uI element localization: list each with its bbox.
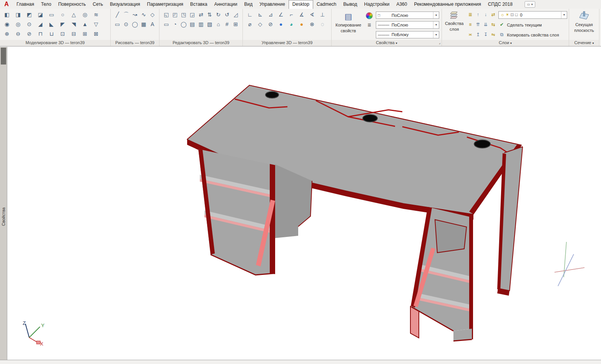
home-view-icon[interactable]: ⌂ xyxy=(214,20,222,28)
dialog-launcher-icon[interactable]: ⌟ xyxy=(439,40,440,46)
layer-previous-icon[interactable]: ⇆ xyxy=(490,22,496,28)
chevron-down-icon[interactable]: ▾ xyxy=(561,12,567,18)
text-icon[interactable]: A xyxy=(149,20,156,28)
tab-vyvod[interactable]: Вывод xyxy=(340,0,360,9)
lineweight-dropdown[interactable]: ——— ПоБлоку ▾ xyxy=(376,31,439,38)
3d-mirror-icon[interactable]: ◲ xyxy=(189,11,196,19)
revolve-icon[interactable]: ◎ xyxy=(14,20,22,28)
tab-glavnaya[interactable]: Главная xyxy=(13,0,38,9)
object-color-dropdown[interactable]: □ ПоСлою ▾ xyxy=(376,12,439,19)
layer-freeze-icon[interactable]: ⇈ xyxy=(475,22,481,28)
extract-edges-icon[interactable]: ▭ xyxy=(163,20,170,28)
convert-solid-icon[interactable]: ▲ xyxy=(81,20,89,28)
make-current-button[interactable]: ✔ Сделать текущим xyxy=(498,22,541,28)
layer-down-icon[interactable]: ↓ xyxy=(482,12,489,18)
shell-icon[interactable]: ⊔ xyxy=(48,30,55,38)
tab-a360[interactable]: A360 xyxy=(393,0,410,9)
tab-vid[interactable]: Вид xyxy=(241,0,256,9)
app-logo-icon[interactable]: A xyxy=(0,0,13,9)
torus-icon[interactable]: ◎ xyxy=(81,11,89,19)
offset-face-icon[interactable]: ◔ xyxy=(171,20,179,28)
xray-icon[interactable]: ⊗ xyxy=(308,20,316,28)
loft-icon[interactable]: ◢ xyxy=(37,20,44,28)
convert-surface-icon[interactable]: ▽ xyxy=(92,20,100,28)
section-icon[interactable]: ▤ xyxy=(189,20,196,28)
fillet-edge-icon[interactable]: ◿ xyxy=(232,11,240,19)
desk-model[interactable] xyxy=(187,85,523,341)
pyramid-icon[interactable]: △ xyxy=(70,11,78,19)
culling-icon[interactable]: ◌ xyxy=(319,20,326,28)
panel-title-modeling[interactable]: Моделирование 3D — teron39 xyxy=(0,40,110,46)
palette-grip[interactable] xyxy=(1,48,6,65)
subtract-icon[interactable]: ⊖ xyxy=(14,30,22,38)
tab-cadmech[interactable]: Cadmech xyxy=(313,0,340,9)
ucs-view-icon[interactable]: ∠ xyxy=(277,11,285,19)
tab-poverhnost[interactable]: Поверхность xyxy=(55,0,89,9)
polyline-icon[interactable]: ↝ xyxy=(131,11,139,19)
box-icon[interactable]: ◨ xyxy=(14,11,22,19)
ucs-icon[interactable]: Z Y X xyxy=(23,320,45,347)
tab-set[interactable]: Сеть xyxy=(89,0,106,9)
tab-upravlenie[interactable]: Управление xyxy=(256,0,289,9)
layer-properties-button[interactable]: Свойства слоя xyxy=(443,10,465,39)
color-wheel-icon[interactable] xyxy=(366,12,373,19)
hatch-icon[interactable]: ▦ xyxy=(140,20,147,28)
no-filter-icon[interactable]: ⌀ xyxy=(246,20,254,28)
panel-title-section[interactable]: Сечение▾ xyxy=(569,40,599,46)
linetype-list-icon[interactable]: ≣ xyxy=(367,22,371,28)
separate-icon[interactable]: ⊟ xyxy=(70,30,78,38)
imprint-icon[interactable]: ⊓ xyxy=(37,30,44,38)
presspull-icon[interactable]: ◣ xyxy=(48,20,55,28)
drawing-viewport[interactable]: Z Y X xyxy=(7,47,601,360)
slice-icon[interactable]: ◤ xyxy=(59,20,66,28)
circle-icon[interactable]: ⊙ xyxy=(123,20,130,28)
panel-title-manage3d[interactable]: Управление 3D — teron39 xyxy=(243,40,331,46)
helix-icon[interactable]: ≋ xyxy=(92,11,100,19)
taper-face-icon[interactable]: ◯ xyxy=(180,20,188,28)
solid-edit-icon[interactable]: ▧ xyxy=(206,20,214,28)
3d-move-icon[interactable]: ◱ xyxy=(163,11,170,19)
clean-icon[interactable]: ⊞ xyxy=(81,30,89,38)
3d-rotate-icon[interactable]: ◰ xyxy=(171,11,179,19)
sphere-icon[interactable]: ○ xyxy=(59,11,66,19)
undo-gizmo-icon[interactable]: ↺ xyxy=(223,11,231,19)
tab-vstavka[interactable]: Вставка xyxy=(187,0,211,9)
plane-icon[interactable]: ▭ xyxy=(48,11,55,19)
ucs-face-icon[interactable]: ∡ xyxy=(298,11,305,19)
rotate-gizmo-icon[interactable]: ↻ xyxy=(214,11,222,19)
cone-icon[interactable]: ◪ xyxy=(37,11,44,19)
wireframe-icon[interactable]: ◇ xyxy=(256,20,264,28)
tab-annotacii[interactable]: Аннотации xyxy=(211,0,241,9)
sweep-icon[interactable]: ⊙ xyxy=(25,20,33,28)
ucs-world-icon[interactable]: ⌐ xyxy=(287,11,295,19)
wedge-icon[interactable]: ◩ xyxy=(25,11,33,19)
tab-parametrizaciya[interactable]: Параметризация xyxy=(144,0,187,9)
layer-lock-icon[interactable]: ⇋ xyxy=(490,31,496,38)
tab-desktop[interactable]: Desktop xyxy=(289,0,313,9)
tab-recommended[interactable]: Рекомендованные приложения xyxy=(410,0,484,9)
ellipse-icon[interactable]: ◯ xyxy=(131,20,139,28)
check-solid-icon[interactable]: ⊡ xyxy=(59,30,66,38)
3d-array-icon[interactable]: ⇅ xyxy=(206,11,214,19)
layer-up-icon[interactable]: ↑ xyxy=(475,12,481,18)
tab-vizualizaciya[interactable]: Визуализация xyxy=(106,0,144,9)
extrude-icon[interactable]: ◉ xyxy=(3,20,11,28)
thicken-icon[interactable]: ◥ xyxy=(70,20,78,28)
command-line-strip[interactable] xyxy=(0,360,601,364)
layer-isolate-icon[interactable]: ≣ xyxy=(467,12,473,18)
ribbon-collapse-button[interactable]: ▭ ▾ xyxy=(525,1,536,8)
3d-align-icon[interactable]: ⇄ xyxy=(197,11,205,19)
layer-unisolate-icon[interactable]: ≡ xyxy=(467,22,473,28)
chevron-down-icon[interactable]: ▾ xyxy=(433,22,439,28)
shaded-icon[interactable]: ● xyxy=(277,20,285,28)
ucs-previous-icon[interactable]: ⊥ xyxy=(319,11,326,19)
rectangle-icon[interactable]: ▭ xyxy=(114,20,121,28)
intersect-icon[interactable]: ⊘ xyxy=(25,30,33,38)
properties-palette-bar[interactable]: Свойства xyxy=(0,47,7,360)
align-grid-icon[interactable]: ⊞ xyxy=(232,20,240,28)
layer-match-icon[interactable]: ⇄ xyxy=(490,12,496,18)
3d-scale-icon[interactable]: ◳ xyxy=(180,11,188,19)
panel-title-draw[interactable]: Рисовать — teron39 xyxy=(111,40,159,46)
polysolid-icon[interactable]: ◧ xyxy=(3,11,11,19)
tab-telo[interactable]: Тело xyxy=(38,0,55,9)
